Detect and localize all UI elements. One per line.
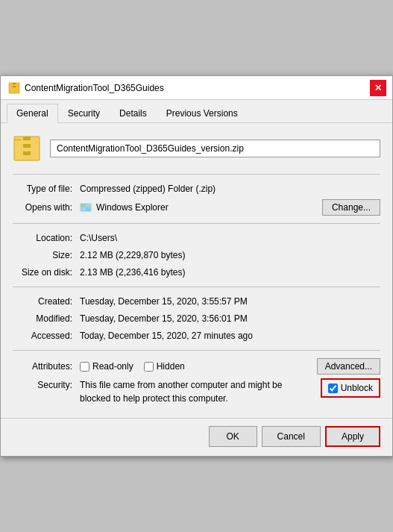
accessed-value: Today, December 15, 2020, 27 minutes ago	[80, 329, 380, 342]
readonly-checkbox[interactable]	[80, 362, 89, 372]
hidden-checkbox[interactable]	[144, 362, 154, 372]
change-button[interactable]: Change...	[322, 199, 380, 216]
type-row: Type of file: Compressed (zipped) Folder…	[13, 182, 380, 195]
modified-label: Modified:	[13, 312, 80, 325]
title-bar-left: ContentMigrationTool_D365Guides	[8, 82, 164, 94]
attributes-checkboxes: Read-only Hidden	[80, 361, 317, 372]
location-label: Location:	[13, 231, 80, 245]
opens-with-row: Opens with: Windows Explorer Change...	[13, 199, 380, 216]
svg-rect-15	[81, 207, 85, 211]
close-button[interactable]: ✕	[370, 80, 386, 96]
cancel-button[interactable]: Cancel	[262, 426, 321, 447]
separator-3	[13, 287, 380, 287]
svg-rect-8	[23, 144, 31, 148]
file-header: ContentMigrationTool_D365Guides_version.…	[13, 134, 380, 163]
security-row: Security: This file came from another co…	[13, 378, 380, 405]
security-message: This file came from another computer and…	[80, 378, 315, 405]
location-row: Location: C:\Users\	[13, 231, 380, 245]
advanced-button[interactable]: Advanced...	[317, 358, 380, 375]
svg-rect-10	[23, 151, 31, 155]
created-value: Tuesday, December 15, 2020, 3:55:57 PM	[80, 295, 380, 308]
apply-button[interactable]: Apply	[325, 426, 380, 447]
type-value: Compressed (zipped) Folder (.zip)	[80, 182, 380, 195]
svg-rect-7	[23, 140, 31, 144]
title-text: ContentMigrationTool_D365Guides	[25, 83, 164, 93]
size-label: Size:	[13, 248, 80, 262]
created-label: Created:	[13, 295, 80, 308]
unblock-label: Unblock	[341, 383, 373, 393]
tab-details[interactable]: Details	[110, 104, 157, 123]
size-on-disk-value: 2.13 MB (2,236,416 bytes)	[80, 266, 380, 279]
readonly-label: Read-only	[92, 361, 133, 372]
tab-bar: General Security Details Previous Versio…	[1, 100, 392, 123]
svg-rect-16	[86, 207, 91, 211]
properties-dialog: ContentMigrationTool_D365Guides ✕ Genera…	[0, 75, 393, 457]
modified-value: Tuesday, December 15, 2020, 3:56:01 PM	[80, 312, 380, 325]
opens-with-app: Windows Explorer	[96, 202, 169, 213]
svg-rect-11	[14, 140, 22, 140]
file-icon	[13, 134, 41, 163]
title-file-icon	[8, 82, 20, 94]
separator-1	[13, 174, 380, 175]
size-on-disk-label: Size on disk:	[13, 266, 80, 279]
unblock-box: Unblock	[321, 378, 380, 398]
svg-rect-4	[13, 87, 16, 89]
title-bar: ContentMigrationTool_D365Guides ✕	[1, 76, 392, 100]
type-label: Type of file:	[13, 182, 80, 195]
readonly-checkbox-label[interactable]: Read-only	[80, 361, 133, 372]
ok-button[interactable]: OK	[209, 426, 257, 447]
svg-rect-13	[81, 204, 85, 207]
accessed-label: Accessed:	[13, 329, 80, 342]
modified-row: Modified: Tuesday, December 15, 2020, 3:…	[13, 312, 380, 325]
attributes-label: Attributes:	[13, 360, 80, 373]
tab-security[interactable]: Security	[58, 104, 110, 123]
size-row: Size: 2.12 MB (2,229,870 bytes)	[13, 248, 380, 262]
tab-content: ContentMigrationTool_D365Guides_version.…	[1, 123, 392, 418]
opens-with-label: Opens with:	[13, 201, 80, 214]
svg-rect-2	[13, 84, 16, 86]
svg-rect-1	[13, 83, 16, 84]
filename-display: ContentMigrationTool_D365Guides_version.…	[50, 140, 380, 157]
accessed-row: Accessed: Today, December 15, 2020, 27 m…	[13, 329, 380, 342]
svg-rect-9	[23, 148, 31, 151]
security-label: Security:	[13, 378, 80, 392]
size-on-disk-row: Size on disk: 2.13 MB (2,236,416 bytes)	[13, 266, 380, 279]
separator-2	[13, 223, 380, 224]
hidden-checkbox-label[interactable]: Hidden	[144, 361, 185, 372]
attributes-row: Attributes: Read-only Hidden Advanced...	[13, 358, 380, 375]
svg-rect-14	[86, 204, 91, 207]
location-value: C:\Users\	[80, 231, 380, 245]
created-row: Created: Tuesday, December 15, 2020, 3:5…	[13, 295, 380, 308]
explorer-icon	[80, 201, 92, 213]
tab-general[interactable]: General	[7, 104, 58, 123]
hidden-label: Hidden	[157, 361, 185, 372]
tab-previous-versions[interactable]: Previous Versions	[157, 104, 248, 123]
size-value: 2.12 MB (2,229,870 bytes)	[80, 248, 380, 262]
unblock-checkbox[interactable]	[328, 384, 338, 393]
svg-rect-6	[23, 137, 31, 140]
separator-4	[13, 350, 380, 351]
svg-rect-3	[13, 86, 16, 87]
dialog-footer: OK Cancel Apply	[1, 418, 392, 456]
opens-with-value: Windows Explorer	[80, 201, 316, 213]
